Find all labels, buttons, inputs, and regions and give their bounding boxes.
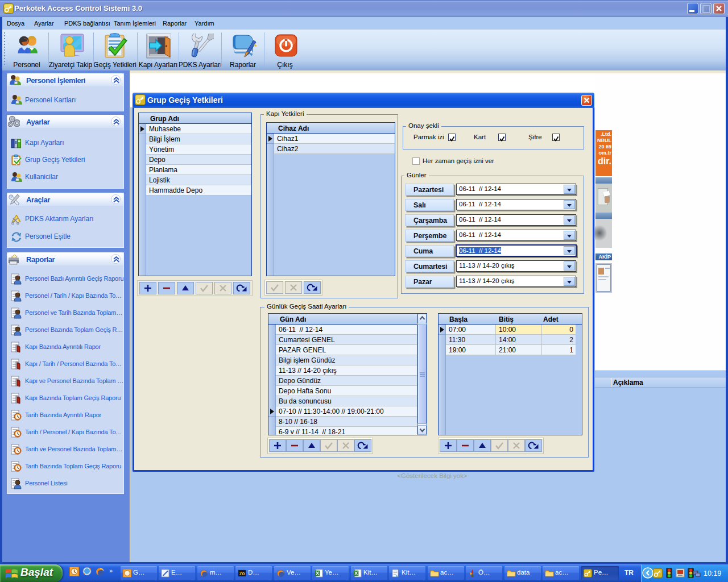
svg-text:7o: 7o [239,571,245,576]
